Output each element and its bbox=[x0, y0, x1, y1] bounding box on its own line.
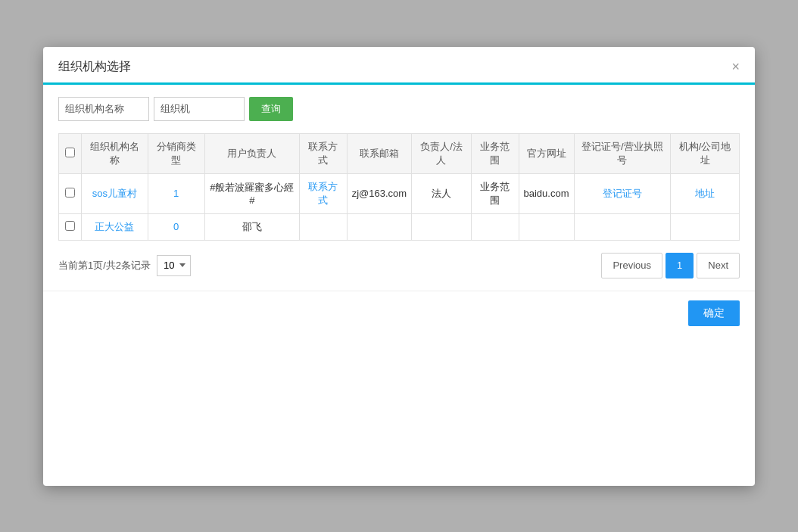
row-address[interactable]: 地址 bbox=[671, 173, 740, 213]
page-info-section: 当前第1页/共2条记录 10 20 50 bbox=[58, 255, 191, 276]
close-button[interactable]: × bbox=[731, 60, 740, 73]
row-email bbox=[347, 213, 411, 240]
org-name-input[interactable] bbox=[58, 97, 149, 121]
row-org-name[interactable]: sos儿童村 bbox=[82, 173, 148, 213]
confirm-button[interactable]: 确定 bbox=[688, 300, 740, 326]
next-button[interactable]: Next bbox=[697, 253, 740, 278]
header-email: 联系邮箱 bbox=[347, 133, 411, 173]
modal-body: 查询 组织机构名称 分销商类型 用户负责人 联系方式 联系邮箱 负责人/法人 业… bbox=[43, 85, 755, 291]
search-bar: 查询 bbox=[58, 97, 740, 121]
row-website bbox=[519, 213, 574, 240]
org-code-input[interactable] bbox=[154, 97, 245, 121]
org-table: 组织机构名称 分销商类型 用户负责人 联系方式 联系邮箱 负责人/法人 业务范围… bbox=[58, 133, 740, 241]
row-legal-person bbox=[412, 213, 472, 240]
modal-title: 组织机构选择 bbox=[58, 59, 131, 75]
row-email: zj@163.com bbox=[347, 173, 411, 213]
modal-footer: 确定 bbox=[43, 291, 755, 335]
row-org-name[interactable]: 正大公益 bbox=[82, 213, 148, 240]
header-address: 机构/公司地址 bbox=[671, 133, 740, 173]
modal-header: 组织机构选择 × bbox=[43, 47, 755, 85]
page-info-text: 当前第1页/共2条记录 bbox=[58, 259, 151, 272]
row-checkbox-0[interactable] bbox=[65, 188, 75, 198]
header-reg-no: 登记证号/营业执照号 bbox=[574, 133, 671, 173]
row-reg-no[interactable]: 登记证号 bbox=[574, 173, 671, 213]
row-contact bbox=[299, 213, 347, 240]
row-business-scope: 业务范围 bbox=[471, 173, 519, 213]
row-org-name-link[interactable]: 正大公益 bbox=[95, 221, 134, 232]
modal-dialog: 组织机构选择 × 查询 组织机构名称 分销商类型 用户负责人 bbox=[43, 47, 755, 486]
row-dist-type[interactable]: 1 bbox=[148, 173, 204, 213]
row-reg-no-link[interactable]: 登记证号 bbox=[603, 188, 642, 199]
row-website: baidu.com bbox=[519, 173, 574, 213]
table-row: sos儿童村1#般若波羅蜜多心經#联系方式zj@163.com法人业务范围bai… bbox=[59, 173, 740, 213]
row-contact-link[interactable]: 联系方式 bbox=[308, 181, 338, 206]
search-button[interactable]: 查询 bbox=[249, 97, 293, 121]
select-all-checkbox[interactable] bbox=[65, 148, 75, 157]
header-website: 官方网址 bbox=[519, 133, 574, 173]
row-org-name-link[interactable]: sos儿童村 bbox=[92, 188, 137, 199]
header-dist-type: 分销商类型 bbox=[148, 133, 204, 173]
row-dist-type[interactable]: 0 bbox=[148, 213, 204, 240]
pagination-bar: 当前第1页/共2条记录 10 20 50 Previous 1 Next bbox=[58, 253, 740, 278]
header-legal-person: 负责人/法人 bbox=[412, 133, 472, 173]
row-address-link[interactable]: 地址 bbox=[695, 188, 715, 199]
header-checkbox-col bbox=[59, 133, 82, 173]
row-dist-type-link[interactable]: 0 bbox=[173, 221, 179, 232]
page-navigation: Previous 1 Next bbox=[601, 253, 740, 278]
modal-overlay: 组织机构选择 × 查询 组织机构名称 分销商类型 用户负责人 bbox=[0, 0, 798, 532]
page-size-select[interactable]: 10 20 50 bbox=[157, 255, 191, 276]
row-user-manager: #般若波羅蜜多心經# bbox=[204, 173, 299, 213]
page-1-button[interactable]: 1 bbox=[666, 253, 694, 278]
row-address bbox=[671, 213, 740, 240]
previous-button[interactable]: Previous bbox=[601, 253, 662, 278]
row-checkbox-cell bbox=[59, 173, 82, 213]
row-reg-no bbox=[574, 213, 671, 240]
header-org-name: 组织机构名称 bbox=[82, 133, 148, 173]
row-dist-type-link[interactable]: 1 bbox=[173, 188, 179, 199]
table-row: 正大公益0邵飞 bbox=[59, 213, 740, 240]
row-business-scope bbox=[471, 213, 519, 240]
header-contact: 联系方式 bbox=[299, 133, 347, 173]
row-user-manager: 邵飞 bbox=[204, 213, 299, 240]
row-checkbox-cell bbox=[59, 213, 82, 240]
header-business-scope: 业务范围 bbox=[471, 133, 519, 173]
row-contact[interactable]: 联系方式 bbox=[299, 173, 347, 213]
row-checkbox-1[interactable] bbox=[65, 221, 75, 231]
header-user-manager: 用户负责人 bbox=[204, 133, 299, 173]
row-legal-person: 法人 bbox=[412, 173, 472, 213]
